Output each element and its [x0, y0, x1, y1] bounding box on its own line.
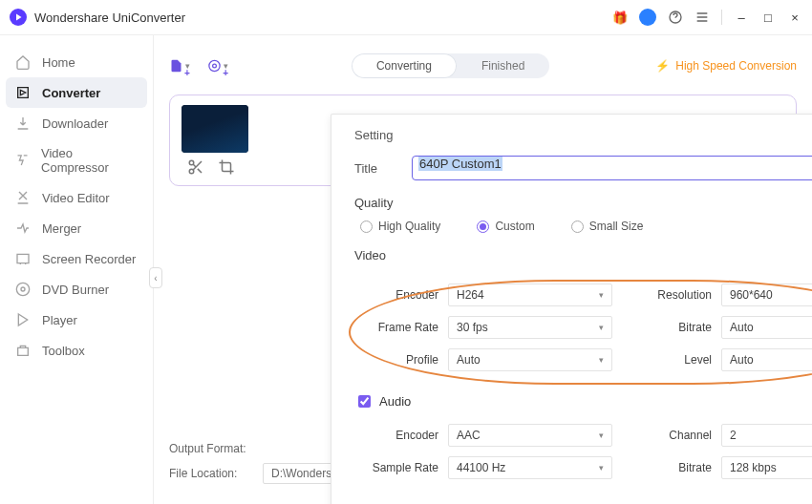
add-file-button[interactable]: + ▾: [169, 55, 190, 76]
sidebar-item-label: Video Editor: [42, 191, 110, 205]
audio-samplerate-label: Sample Rate: [358, 461, 448, 474]
svg-point-2: [213, 64, 217, 68]
sidebar-item-label: Player: [42, 313, 77, 327]
video-encoder-select[interactable]: H264▾: [448, 284, 612, 306]
sidebar-item-label: Merger: [42, 221, 81, 236]
audio-encoder-label: Encoder: [358, 429, 448, 442]
add-disc-button[interactable]: + ▾: [207, 55, 228, 76]
dvd-icon: [15, 282, 31, 297]
svg-point-1: [209, 60, 220, 71]
video-level-select[interactable]: Auto▾: [721, 348, 812, 371]
tab-converting[interactable]: Converting: [352, 53, 457, 78]
app-logo: [10, 9, 27, 26]
home-icon: [15, 54, 31, 70]
compressor-icon: [15, 153, 30, 168]
dialog-title: Setting: [354, 128, 393, 142]
audio-section-title: Audio: [379, 394, 411, 409]
sidebar-item-label: Video Compressor: [41, 146, 138, 175]
titlebar: Wondershare UniConverter 🎁 – □ ×: [0, 0, 812, 35]
video-bitrate-select[interactable]: Auto▾: [721, 316, 812, 339]
app-title: Wondershare UniConverter: [34, 10, 185, 25]
svg-point-4: [189, 169, 194, 174]
video-section-title: Video: [354, 248, 812, 262]
video-framerate-select[interactable]: 30 fps▾: [448, 316, 612, 339]
video-profile-select[interactable]: Auto▾: [448, 348, 612, 371]
sidebar-item-home[interactable]: Home: [0, 47, 153, 77]
radio-custom[interactable]: Custom: [477, 220, 534, 233]
sidebar-item-converter[interactable]: Converter: [6, 77, 147, 108]
audio-samplerate-select[interactable]: 44100 Hz▾: [448, 456, 612, 479]
support-icon[interactable]: [668, 10, 683, 25]
main-panel: + ▾ + ▾ Converting Finished ⚡ High Speed…: [154, 35, 812, 504]
sidebar-item-toolbox[interactable]: Toolbox: [0, 335, 153, 366]
audio-channel-select[interactable]: 2▾: [721, 424, 812, 447]
crop-icon[interactable]: [218, 158, 235, 176]
sidebar-item-label: Toolbox: [42, 344, 85, 358]
converter-icon: [15, 85, 31, 100]
high-speed-label: High Speed Conversion: [675, 59, 797, 73]
audio-channel-label: Channel: [631, 429, 721, 442]
high-speed-toggle[interactable]: ⚡ High Speed Conversion: [655, 59, 797, 73]
video-resolution-select[interactable]: 960*640▾: [721, 284, 812, 306]
audio-bitrate-label: Bitrate: [631, 461, 721, 474]
minimize-button[interactable]: –: [734, 10, 749, 25]
merger-icon: [15, 220, 31, 236]
audio-checkbox[interactable]: [358, 395, 371, 408]
video-encoder-label: Encoder: [358, 288, 448, 302]
conversion-tabs: Converting Finished: [352, 53, 549, 78]
downloader-icon: [15, 116, 31, 131]
video-bitrate-label: Bitrate: [631, 321, 721, 334]
avatar[interactable]: [639, 9, 656, 26]
sidebar-item-player[interactable]: Player: [0, 304, 153, 335]
title-field-label: Title: [354, 161, 412, 176]
toolbox-icon: [15, 343, 31, 358]
output-format-label: Output Format:: [169, 442, 255, 455]
sidebar-item-merger[interactable]: Merger: [0, 213, 153, 243]
quality-section-title: Quality: [354, 196, 812, 210]
trim-icon[interactable]: [187, 158, 204, 176]
sidebar-item-downloader[interactable]: Downloader: [0, 108, 153, 138]
svg-point-3: [189, 160, 194, 165]
video-level-label: Level: [631, 353, 721, 367]
recorder-icon: [15, 251, 31, 266]
video-framerate-label: Frame Rate: [358, 321, 448, 334]
gift-icon[interactable]: 🎁: [612, 10, 628, 25]
video-thumbnail[interactable]: [182, 105, 248, 153]
radio-small-size[interactable]: Small Size: [571, 220, 644, 233]
editor-icon: [15, 190, 31, 205]
sidebar-item-label: Home: [42, 55, 75, 70]
video-profile-label: Profile: [358, 353, 448, 367]
sidebar-item-dvd-burner[interactable]: DVD Burner: [0, 274, 153, 304]
close-button[interactable]: ×: [787, 10, 802, 25]
radio-high-quality[interactable]: High Quality: [360, 220, 440, 233]
menu-icon[interactable]: [694, 10, 710, 25]
sidebar-item-label: DVD Burner: [42, 283, 109, 297]
sidebar-item-screen-recorder[interactable]: Screen Recorder: [0, 243, 153, 274]
file-location-label: File Location:: [169, 467, 255, 480]
tab-finished[interactable]: Finished: [457, 53, 549, 78]
player-icon: [15, 312, 31, 327]
sidebar: HomeConverterDownloaderVideo CompressorV…: [0, 35, 154, 504]
audio-encoder-select[interactable]: AAC▾: [448, 424, 612, 447]
bolt-icon: ⚡: [655, 59, 670, 73]
sidebar-item-video-compressor[interactable]: Video Compressor: [0, 138, 153, 182]
maximize-button[interactable]: □: [760, 10, 776, 25]
sidebar-item-label: Downloader: [42, 116, 108, 131]
sidebar-item-label: Converter: [42, 86, 100, 100]
sidebar-item-label: Screen Recorder: [42, 252, 136, 266]
audio-bitrate-select[interactable]: 128 kbps▾: [721, 456, 812, 479]
video-resolution-label: Resolution: [631, 288, 721, 302]
sidebar-item-video-editor[interactable]: Video Editor: [0, 182, 153, 213]
title-input[interactable]: 640P Custom1: [412, 156, 812, 180]
setting-dialog: Setting × Title 640P Custom1 Quality Hig…: [331, 114, 812, 504]
